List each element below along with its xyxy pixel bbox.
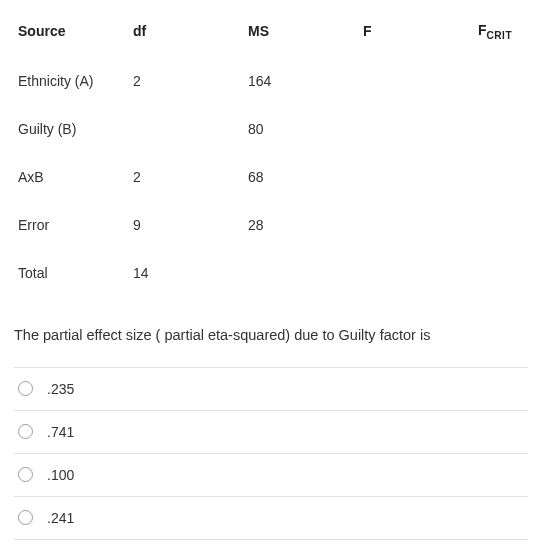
table-header-row: Source df MS F FCRIT <box>14 14 528 57</box>
radio-icon <box>18 424 33 439</box>
header-ms: MS <box>244 14 359 57</box>
options-group: .235 .741 .100 .241 <box>14 367 528 540</box>
option-label: .741 <box>47 424 74 440</box>
option-0[interactable]: .235 <box>14 367 528 411</box>
header-fcrit: FCRIT <box>474 14 528 57</box>
option-label: .235 <box>47 381 74 397</box>
cell-fcrit <box>474 249 528 297</box>
cell-f <box>359 201 474 249</box>
cell-ms: 80 <box>244 105 359 153</box>
cell-df: 2 <box>129 153 244 201</box>
cell-df <box>129 105 244 153</box>
cell-fcrit <box>474 153 528 201</box>
cell-f <box>359 105 474 153</box>
cell-f <box>359 249 474 297</box>
question-text: The partial effect size ( partial eta-sq… <box>14 325 528 347</box>
table-row: AxB 2 68 <box>14 153 528 201</box>
table-row: Ethnicity (A) 2 164 <box>14 57 528 105</box>
cell-source: Ethnicity (A) <box>14 57 129 105</box>
radio-icon <box>18 510 33 525</box>
radio-icon <box>18 467 33 482</box>
option-label: .241 <box>47 510 74 526</box>
option-1[interactable]: .741 <box>14 411 528 454</box>
cell-df: 2 <box>129 57 244 105</box>
cell-source: Guilty (B) <box>14 105 129 153</box>
cell-source: Total <box>14 249 129 297</box>
option-label: .100 <box>47 467 74 483</box>
cell-fcrit <box>474 57 528 105</box>
cell-fcrit <box>474 201 528 249</box>
cell-f <box>359 57 474 105</box>
header-f: F <box>359 14 474 57</box>
table-row: Error 9 28 <box>14 201 528 249</box>
cell-ms: 28 <box>244 201 359 249</box>
option-2[interactable]: .100 <box>14 454 528 497</box>
table-row: Total 14 <box>14 249 528 297</box>
cell-source: Error <box>14 201 129 249</box>
cell-ms: 164 <box>244 57 359 105</box>
cell-df: 9 <box>129 201 244 249</box>
cell-source: AxB <box>14 153 129 201</box>
cell-f <box>359 153 474 201</box>
header-df: df <box>129 14 244 57</box>
cell-ms <box>244 249 359 297</box>
cell-df: 14 <box>129 249 244 297</box>
header-fcrit-sub: CRIT <box>487 30 513 41</box>
radio-icon <box>18 381 33 396</box>
cell-ms: 68 <box>244 153 359 201</box>
anova-table: Source df MS F FCRIT Ethnicity (A) 2 164… <box>14 14 528 297</box>
option-3[interactable]: .241 <box>14 497 528 540</box>
table-row: Guilty (B) 80 <box>14 105 528 153</box>
header-fcrit-main: F <box>478 22 487 38</box>
header-source: Source <box>14 14 129 57</box>
cell-fcrit <box>474 105 528 153</box>
